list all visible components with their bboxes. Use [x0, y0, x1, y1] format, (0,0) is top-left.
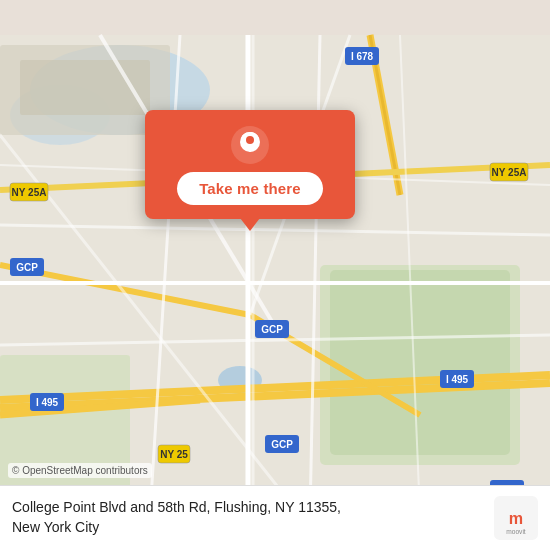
svg-text:I 678: I 678: [351, 51, 374, 62]
map-container: I 678 I 495 I 495 NY 25A NY 25A GCP GCP …: [0, 0, 550, 550]
svg-rect-5: [330, 270, 510, 455]
osm-attribution: © OpenStreetMap contributors: [8, 463, 152, 478]
svg-text:NY 25A: NY 25A: [12, 187, 47, 198]
svg-text:I 495: I 495: [446, 374, 469, 385]
svg-text:GCP: GCP: [16, 262, 38, 273]
svg-text:NY 25: NY 25: [160, 449, 188, 460]
take-me-there-button[interactable]: Take me there: [177, 172, 323, 205]
address-text: College Point Blvd and 58th Rd, Flushing…: [12, 498, 484, 537]
location-pin-icon: [231, 126, 269, 164]
svg-text:GCP: GCP: [261, 324, 283, 335]
svg-text:GCP: GCP: [271, 439, 293, 450]
bottom-bar: College Point Blvd and 58th Rd, Flushing…: [0, 485, 550, 550]
moovit-logo-svg: m moovit: [494, 496, 538, 540]
svg-text:NY 25A: NY 25A: [492, 167, 527, 178]
map-popup: Take me there: [145, 110, 355, 219]
moovit-logo: m moovit: [494, 496, 538, 540]
svg-text:m: m: [509, 509, 523, 527]
svg-point-51: [246, 136, 254, 144]
svg-text:I 495: I 495: [36, 397, 59, 408]
svg-text:moovit: moovit: [506, 528, 526, 535]
